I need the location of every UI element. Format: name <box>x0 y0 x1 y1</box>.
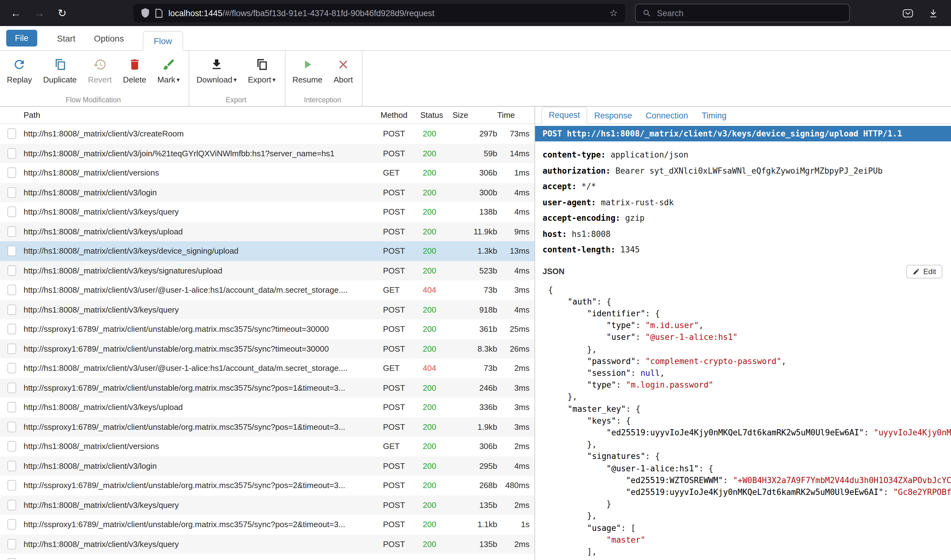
flow-time: 26ms <box>497 344 534 354</box>
flow-row[interactable]: http://hs1:8008/_matrix/client/v3/keys/q… <box>0 495 534 515</box>
menu-tab-flow[interactable]: Flow <box>142 31 183 51</box>
flow-row[interactable]: http://hs1:8008/_matrix/client/versionsG… <box>0 437 534 456</box>
json-line: "ed25519:uyyvIoJe4Kjy0nMKQeL7dt6kamRK2w5… <box>548 486 951 498</box>
flow-row[interactable]: http://hs1:8008/_matrix/client/v3/loginP… <box>0 456 534 475</box>
flow-row[interactable]: http://hs1:8008/_matrix/client/v3/keys/q… <box>0 202 534 222</box>
flow-status: 200 <box>423 129 454 138</box>
flow-row[interactable]: http://ssproxy1:6789/_matrix/client/unst… <box>0 339 534 358</box>
flow-doc-icon <box>8 461 16 471</box>
flow-row[interactable]: http://hs1:8008/_matrix/client/v3/keys/u… <box>0 397 534 417</box>
reload-button[interactable]: ↻ <box>58 8 67 18</box>
url-bar[interactable]: localhost:1445/#/flows/fba5f13d-91e1-437… <box>134 4 625 22</box>
request-headers: content-typeapplication/jsonauthorizatio… <box>535 142 951 258</box>
flow-row[interactable]: http://ssproxy1:6789/_matrix/client/unst… <box>0 475 534 495</box>
menu-start[interactable]: Start <box>49 29 83 47</box>
menu-file[interactable]: File <box>6 30 37 46</box>
flow-row[interactable]: http://ssproxy1:6789/_matrix/client/unst… <box>0 378 534 397</box>
forward-button[interactable]: → <box>34 8 45 18</box>
flow-time: 480ms <box>497 481 534 490</box>
column-header-path[interactable]: Path <box>23 111 381 120</box>
flow-row[interactable] <box>0 554 534 560</box>
flow-method: POST <box>383 227 423 236</box>
column-header-size[interactable]: Size <box>451 111 496 120</box>
download-button[interactable]: Download▾ <box>191 52 242 85</box>
tab-request[interactable]: Request <box>541 107 588 124</box>
flow-row[interactable]: http://hs1:8008/_matrix/client/v3/keys/q… <box>0 534 534 554</box>
flow-time: 3ms <box>497 403 534 412</box>
edit-button[interactable]: Edit <box>906 265 942 278</box>
flow-size: 8.3kb <box>454 344 497 354</box>
duplicate-button[interactable]: Duplicate <box>37 52 82 85</box>
flow-status: 200 <box>423 462 454 471</box>
column-header-status[interactable]: Status <box>420 111 451 120</box>
json-line: } <box>548 498 951 510</box>
column-header-method[interactable]: Method <box>381 111 420 120</box>
replay-button[interactable]: Replay <box>1 52 37 85</box>
flow-method: GET <box>383 442 423 451</box>
flow-row[interactable]: http://hs1:8008/_matrix/client/v3/keys/s… <box>0 261 534 280</box>
abort-x-icon <box>337 58 350 73</box>
flow-row[interactable]: http://ssproxy1:6789/_matrix/client/unst… <box>0 319 534 339</box>
flow-status: 200 <box>423 149 454 158</box>
flow-row[interactable]: http://hs1:8008/_matrix/client/v3/join/%… <box>0 143 534 163</box>
flow-status: 200 <box>423 168 454 178</box>
flow-time: 4ms <box>497 462 534 471</box>
flow-row[interactable]: http://hs1:8008/_matrix/client/versionsG… <box>0 163 534 183</box>
tab-timing[interactable]: Timing <box>695 108 733 123</box>
flow-row[interactable]: http://hs1:8008/_matrix/client/v3/user/@… <box>0 358 534 378</box>
menu-options[interactable]: Options <box>86 29 131 47</box>
flow-status: 200 <box>423 520 454 529</box>
json-line: { <box>548 284 951 295</box>
header-name: content-type <box>543 150 610 159</box>
flow-time: 3ms <box>497 422 534 432</box>
header-name: host <box>543 229 572 238</box>
mitmweb-window: ← → ↻ localhost:1445/#/flows/fba5f13d-91… <box>0 0 951 560</box>
bookmark-star-icon[interactable]: ☆ <box>610 8 618 18</box>
toolbar-group-interception: Resume Abort Interception <box>286 51 363 106</box>
flow-row[interactable]: http://hs1:8008/_matrix/client/v3/keys/q… <box>0 300 534 319</box>
flow-doc-icon <box>8 480 16 491</box>
tab-response[interactable]: Response <box>588 108 639 123</box>
body-format-button[interactable]: JSON <box>543 267 565 276</box>
export-button[interactable]: Export▾ <box>242 52 281 85</box>
json-line: "auth": { <box>548 295 951 307</box>
tab-connection[interactable]: Connection <box>639 108 695 123</box>
flow-row[interactable]: http://ssproxy1:6789/_matrix/client/unst… <box>0 515 534 534</box>
flow-row[interactable]: http://hs1:8008/_matrix/client/v3/create… <box>0 124 534 143</box>
flow-row[interactable]: http://ssproxy1:6789/_matrix/client/unst… <box>0 417 534 437</box>
flow-time: 4ms <box>497 266 534 275</box>
pocket-icon[interactable] <box>902 7 914 19</box>
back-button[interactable]: ← <box>11 8 21 18</box>
flow-size: 918b <box>454 305 497 314</box>
abort-button[interactable]: Abort <box>328 52 358 85</box>
json-line: "usage": [ <box>548 522 951 534</box>
caret-down-icon: ▾ <box>273 76 276 83</box>
downloads-icon[interactable] <box>928 8 939 18</box>
resume-button[interactable]: Resume <box>287 52 328 85</box>
shield-icon <box>141 8 150 18</box>
column-header-time[interactable]: Time <box>496 111 534 120</box>
flow-time: 14ms <box>497 149 534 158</box>
flow-row[interactable]: http://hs1:8008/_matrix/client/v3/user/@… <box>0 280 534 300</box>
flow-time: 2ms <box>497 540 534 549</box>
flow-size: 135b <box>454 500 497 510</box>
flow-path: http://hs1:8008/_matrix/client/v3/join/%… <box>23 149 383 158</box>
body-toolbar: JSON Edit <box>543 265 942 278</box>
toolbar-group-caption: Interception <box>287 95 358 106</box>
flow-status: 200 <box>423 208 454 217</box>
json-line: }, <box>548 391 951 403</box>
browser-search-input[interactable]: Search <box>635 4 850 22</box>
flow-status: 200 <box>423 442 454 451</box>
flow-size: 1.1kb <box>454 520 497 529</box>
flow-doc-icon <box>8 226 16 237</box>
flow-row[interactable]: http://hs1:8008/_matrix/client/v3/keys/u… <box>0 222 534 241</box>
flow-time: 2ms <box>497 364 534 373</box>
flow-detail-pane: Request Response Connection Timing POST … <box>535 107 951 560</box>
flow-row[interactable]: http://hs1:8008/_matrix/client/v3/keys/d… <box>0 241 534 261</box>
revert-button[interactable]: Revert <box>82 52 117 85</box>
flow-time: 4ms <box>497 188 534 197</box>
flow-status: 200 <box>423 246 454 256</box>
delete-button[interactable]: Delete <box>117 52 152 85</box>
mark-button[interactable]: Mark▾ <box>152 52 185 85</box>
flow-row[interactable]: http://hs1:8008/_matrix/client/v3/loginP… <box>0 183 534 202</box>
